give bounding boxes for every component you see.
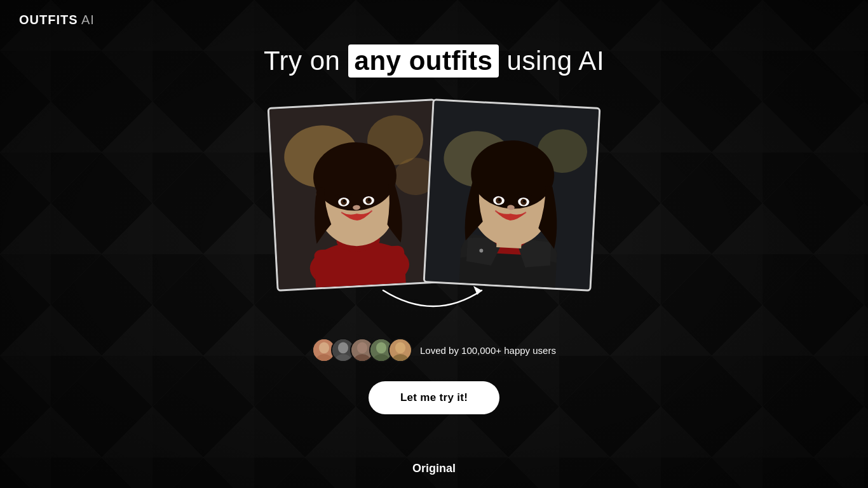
svg-point-60	[395, 342, 405, 353]
svg-point-51	[338, 342, 348, 353]
main-content: Try on any outfits using AI	[0, 0, 868, 488]
bottom-label: Original	[412, 462, 456, 475]
cta-button[interactable]: Let me try it!	[369, 381, 499, 414]
original-photo	[269, 100, 444, 289]
svg-point-54	[357, 342, 367, 353]
svg-point-48	[319, 342, 329, 353]
avatar-5	[388, 338, 412, 362]
svg-point-57	[376, 342, 386, 353]
headline-suffix: using AI	[499, 46, 604, 76]
original-photo-card	[268, 98, 445, 291]
headline-prefix: Try on	[264, 46, 348, 76]
social-proof-text: Loved by 100,000+ happy users	[420, 345, 556, 356]
social-proof: Loved by 100,000+ happy users	[312, 338, 556, 362]
headline: Try on any outfits using AI	[264, 44, 604, 78]
transformed-photo-card	[423, 98, 601, 291]
avatar-stack	[312, 338, 412, 362]
transformation-arrow	[370, 281, 498, 325]
images-section	[272, 103, 596, 287]
svg-marker-30	[473, 286, 482, 295]
headline-highlight: any outfits	[348, 44, 499, 78]
transformed-photo	[425, 100, 599, 289]
